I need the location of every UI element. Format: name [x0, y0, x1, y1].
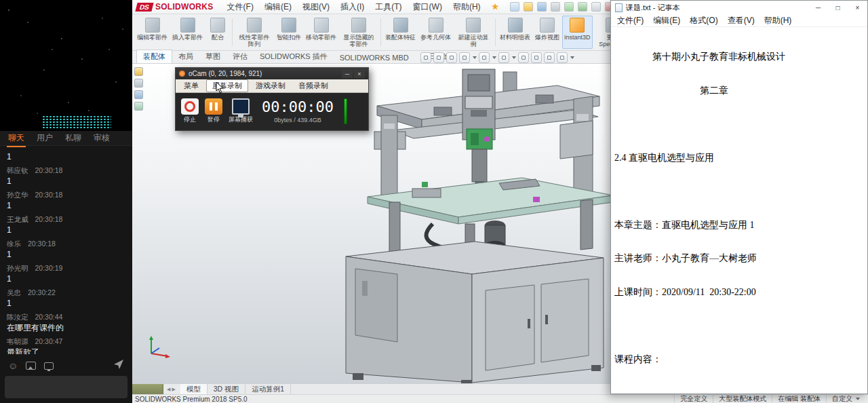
screen-capture-icon: [232, 98, 250, 115]
status-customize[interactable]: 自定义: [826, 395, 865, 403]
apply-scene-icon[interactable]: [544, 52, 555, 63]
ocam-stop-button[interactable]: 停止: [181, 98, 199, 124]
mates-icon[interactable]: [134, 102, 143, 111]
section-view-icon[interactable]: [459, 52, 470, 63]
text-line: [614, 387, 864, 394]
tab-addins[interactable]: SOLIDWORKS 插件: [254, 50, 334, 63]
ocam-menu-screen-record[interactable]: 屏幕录制: [206, 79, 248, 92]
image-icon[interactable]: [26, 362, 36, 370]
ribbon-new-motion-study[interactable]: 新建运动算例: [454, 16, 493, 49]
bill-of-materials-icon: [508, 18, 523, 33]
tab-scroll-arrows[interactable]: ◀▶: [163, 387, 180, 392]
insert-component-icon: [180, 18, 195, 33]
tab-layout[interactable]: 布局: [172, 50, 199, 63]
ribbon-move-component[interactable]: 移动零部件: [304, 16, 338, 49]
menu-tools[interactable]: 工具(T): [371, 1, 406, 13]
video-area[interactable]: [0, 0, 132, 131]
zoom-area-icon[interactable]: [433, 52, 444, 63]
emoji-icon[interactable]: ☺: [8, 361, 18, 370]
notepad-menu-view[interactable]: 查看(V): [723, 15, 760, 26]
ribbon-edit-component[interactable]: 编辑零部件: [135, 16, 170, 49]
print-icon[interactable]: [551, 2, 560, 12]
doc-tab-model[interactable]: 模型: [180, 384, 208, 394]
zoom-fit-icon[interactable]: [420, 52, 431, 63]
doc-tab-3dviews[interactable]: 3D 视图: [208, 384, 245, 394]
minimized-pane[interactable]: [132, 384, 163, 394]
notepad-titlebar[interactable]: 课题.txt - 记事本 ─ □ ×: [611, 1, 867, 14]
dropdown-arrow-icon[interactable]: [570, 56, 574, 59]
chat-tab-users[interactable]: 用户: [37, 132, 53, 144]
chat-timestamp: 20:30:18: [35, 215, 63, 223]
ribbon-instant3d[interactable]: Instant3D: [562, 16, 593, 49]
ribbon-separator: [232, 18, 233, 46]
menu-view[interactable]: 视图(V): [298, 1, 334, 13]
send-icon[interactable]: [113, 359, 124, 372]
ribbon-reference-geometry[interactable]: 参考几何体: [418, 16, 453, 49]
previous-view-icon[interactable]: [446, 52, 457, 63]
chat-tab-private[interactable]: 私聊: [65, 132, 81, 144]
view-settings-icon[interactable]: [557, 52, 568, 63]
notepad-minimize-button[interactable]: ─: [808, 1, 828, 14]
notepad-close-button[interactable]: ×: [848, 1, 867, 14]
chat-tab-chat[interactable]: 聊天: [8, 132, 24, 144]
menu-file[interactable]: 文件(F): [223, 1, 258, 13]
ribbon-smart-fasteners[interactable]: 智能扣件: [275, 16, 303, 49]
history-icon[interactable]: [134, 79, 143, 88]
chat-input[interactable]: [5, 376, 127, 398]
notepad-menu-format[interactable]: 格式(O): [685, 15, 722, 26]
notepad-menu-file[interactable]: 文件(F): [612, 15, 648, 26]
ribbon-exploded-view[interactable]: 爆炸视图: [533, 16, 561, 49]
undo-icon[interactable]: [564, 2, 574, 12]
view-orientation-icon[interactable]: [479, 52, 490, 63]
solidworks-logo-text: SOLIDWORKS: [155, 2, 214, 12]
menu-insert[interactable]: 插入(I): [336, 1, 368, 13]
mate-icon: [210, 18, 225, 33]
screen-share-icon[interactable]: [44, 362, 54, 370]
ribbon-insert-component[interactable]: 插入零部件: [170, 16, 205, 49]
redo-icon[interactable]: [578, 2, 587, 12]
notepad-text-area[interactable]: 第十期小丸子教育非标机械设计 第二章 2.4 直驱电机选型与应用 本章主题：直驱…: [611, 27, 867, 394]
ribbon-assembly-features[interactable]: 装配体特征: [383, 16, 418, 49]
ribbon-mate[interactable]: 配合: [205, 16, 230, 49]
assembly-tree-icon[interactable]: [134, 67, 143, 76]
menu-help[interactable]: 帮助(H): [449, 1, 485, 13]
notepad-menu-help[interactable]: 帮助(H): [760, 15, 797, 26]
select-icon[interactable]: [591, 2, 601, 12]
open-icon[interactable]: [524, 2, 533, 12]
ribbon-linear-pattern[interactable]: 线性零部件阵列: [235, 16, 274, 49]
tab-sketch[interactable]: 草图: [199, 50, 226, 63]
menu-edit[interactable]: 编辑(E): [260, 1, 296, 13]
hide-show-items-icon[interactable]: [518, 52, 529, 63]
edit-appearance-icon[interactable]: [531, 52, 542, 63]
text-line: 第二章: [614, 85, 864, 97]
sensors-icon[interactable]: [134, 90, 143, 99]
save-icon[interactable]: [537, 2, 547, 12]
home-icon[interactable]: [510, 2, 519, 12]
menu-pin-icon[interactable]: [492, 3, 499, 11]
tab-evaluate[interactable]: 评估: [226, 50, 254, 63]
ocam-titlebar[interactable]: oCam (0, 20, 1984, 921) ─ ×: [176, 68, 368, 79]
ocam-minimize-button[interactable]: ─: [342, 69, 353, 78]
ocam-close-button[interactable]: ×: [354, 69, 365, 78]
menu-window[interactable]: 窗口(W): [409, 1, 446, 13]
display-style-icon[interactable]: [498, 52, 509, 63]
ocam-menu-main[interactable]: 菜单: [178, 80, 204, 92]
dropdown-arrow-icon[interactable]: [492, 56, 496, 59]
notepad-menubar: 文件(F) 编辑(E) 格式(O) 查看(V) 帮助(H): [611, 14, 867, 27]
chat-tab-review[interactable]: 审核: [94, 132, 110, 144]
ribbon-show-hidden[interactable]: 显示隐藏的零部件: [339, 16, 378, 49]
chat-message: 孙立华20:30:18 1: [7, 191, 125, 210]
notepad-maximize-button[interactable]: □: [828, 1, 848, 14]
ocam-pause-button[interactable]: 暂停: [205, 98, 222, 124]
ocam-menu-audio-record[interactable]: 音频录制: [293, 80, 334, 92]
ocam-capture-button[interactable]: 屏幕捕获: [229, 98, 253, 124]
doc-tab-motion-study[interactable]: 运动算例1: [245, 384, 291, 394]
notepad-menu-edit[interactable]: 编辑(E): [648, 15, 685, 26]
chat-message-list[interactable]: 1 韩应钦20:30:18 1 孙立华20:30:18 1 王龙威20:30:1…: [0, 149, 132, 354]
dropdown-arrow-icon[interactable]: [512, 56, 516, 59]
dropdown-arrow-icon[interactable]: [473, 56, 477, 59]
tab-mbd[interactable]: SOLIDWORKS MBD: [334, 52, 415, 63]
ribbon-bill-of-materials[interactable]: 材料明细表: [498, 16, 532, 49]
tab-assembly[interactable]: 装配体: [136, 50, 172, 63]
ocam-menu-game-record[interactable]: 游戏录制: [250, 80, 291, 92]
